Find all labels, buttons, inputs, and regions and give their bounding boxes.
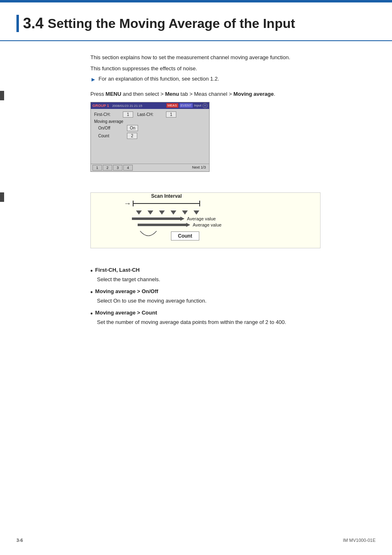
last-ch-value: 1 [166, 111, 176, 118]
display-content: Press MENU and then select > Menu tab > … [90, 91, 275, 184]
screen-body: First-CH: 1 Last-CH: 1 Moving average On… [91, 109, 209, 164]
screen-input-tab: Input [194, 104, 201, 107]
first-ch-label: First-CH: [94, 112, 123, 117]
header-title-row: 3.4 Setting the Moving Average of the In… [16, 15, 376, 32]
arrow-right-icon: ► [90, 76, 96, 83]
screen-title-left: GROUP 1 2008/01/23 21:21:15 [92, 104, 142, 108]
device-screen: GROUP 1 2008/01/23 21:21:15 MEAS EVENT I… [90, 102, 210, 172]
right-arrow-icon: → [124, 199, 131, 208]
section-title: Setting the Moving Average of the Input [48, 16, 295, 31]
header-section: 3.4 Setting the Moving Average of the In… [0, 2, 392, 41]
count-label-screen: Count [98, 134, 127, 138]
screen-titlebar: GROUP 1 2008/01/23 21:21:15 MEAS EVENT I… [91, 102, 209, 109]
screen-circle-icon: ○ [203, 103, 208, 108]
menu-bold: MENU [106, 91, 121, 97]
screen-right-icons: MEAS EVENT Input ○ [166, 103, 208, 108]
avg-arrow-2 [186, 223, 190, 227]
bullet-desc-2: Select On to use the moving average func… [90, 298, 376, 304]
avg-lines: Average value Average value [132, 216, 312, 227]
intro-line1: This section explains how to set the mea… [90, 53, 376, 62]
section-number: 3.4 [23, 15, 44, 32]
bullet-heading-2: Moving average > On/Off [95, 288, 159, 294]
moving-avg-section-title: Moving average [94, 119, 206, 124]
avg-line-2-bar [138, 224, 187, 226]
last-ch-label: Last-CH: [137, 112, 166, 117]
screen-footer-tab-3[interactable]: 3 [113, 165, 122, 171]
bullet-title-3: • Moving average > Count [90, 310, 376, 317]
bracket-group: Scan Interval [133, 201, 200, 206]
screen-footer-tab-4[interactable]: 4 [123, 165, 133, 171]
triangle-4 [171, 210, 176, 215]
count-value-screen: 2 [127, 133, 137, 139]
bullet-dot-2: • [90, 288, 93, 296]
screen-footer: 1 2 3 4 Next 1/3 [91, 164, 209, 171]
triangle-6 [194, 210, 199, 215]
screen-spacer [94, 141, 206, 161]
scan-interval-arrow-group: → Scan Interval [124, 199, 200, 208]
screen-group: GROUP 1 [92, 104, 109, 108]
bullet-heading-1: First-CH, Last-CH [95, 267, 140, 273]
avg-label-2: Average value [193, 222, 221, 227]
meas-channel-text: Meas channel [194, 91, 227, 97]
scan-interval-row: → Scan Interval [99, 199, 312, 208]
display-label: Display [0, 91, 4, 100]
triangle-2 [148, 210, 153, 215]
bracket-right [199, 201, 200, 206]
bullet-title-2: • Moving average > On/Off [90, 288, 376, 296]
screen-first-ch-row: First-CH: 1 Last-CH: 1 [94, 111, 206, 118]
bullet-section: • First-CH, Last-CH Select the target ch… [90, 267, 376, 326]
on-off-value: On [127, 125, 138, 131]
bullet-item-2: • Moving average > On/Off Select On to u… [90, 288, 376, 304]
screen-on-off-row: On/Off On [94, 125, 206, 131]
bracket-top [134, 203, 199, 204]
page-footer: 3-6 IM MV1000-01E [16, 538, 376, 543]
screen-event-tab: EVENT [180, 103, 193, 108]
bullet-item-3: • Moving average > Count Set the number … [90, 310, 376, 325]
settings-label: Settings [0, 192, 4, 202]
intro-line2: This function suppresses the effects of … [90, 65, 376, 73]
screen-date: 2008/01/23 21:21:15 [112, 104, 142, 108]
avg-label-1: Average value [187, 216, 216, 221]
moving-avg-bold: Moving average [233, 91, 274, 97]
on-off-label: On/Off [98, 126, 127, 130]
page-number: 3-6 [16, 538, 23, 543]
content-area: This section explains how to set the mea… [0, 53, 392, 350]
avg-line-1: Average value [132, 216, 312, 221]
first-ch-value: 1 [123, 111, 133, 118]
doc-number: IM MV1000-01E [343, 538, 376, 543]
count-arc-svg [138, 229, 159, 241]
avg-line-1-bar [132, 217, 181, 220]
scan-interval-label: Scan Interval [151, 193, 182, 199]
bullet-desc-3: Set the number of moving average data po… [90, 319, 376, 325]
avg-line-2: Average value [138, 222, 312, 227]
page-container: 3.4 Setting the Moving Average of the In… [0, 0, 392, 555]
triangle-1 [136, 210, 142, 215]
bullet-desc-1: Select the target channels. [90, 276, 376, 282]
arrow-note: ► For an explanation of this function, s… [90, 76, 376, 83]
display-section: Display Press MENU and then select > Men… [90, 91, 376, 184]
bullet-dot-1: • [90, 267, 93, 275]
count-row: Count [138, 229, 312, 241]
settings-label-col: Settings [25, 192, 90, 208]
triangle-3 [159, 210, 165, 215]
avg-arrow-1 [180, 217, 184, 221]
count-box: Count [171, 231, 199, 240]
screen-footer-next[interactable]: Next 1/3 [190, 165, 208, 171]
settings-diagram: → Scan Interval [90, 192, 321, 248]
screen-footer-tab-2[interactable]: 2 [103, 165, 112, 171]
settings-section: Settings → [90, 192, 376, 259]
screen-count-row: Count 2 [94, 133, 206, 139]
bullet-title-1: • First-CH, Last-CH [90, 267, 376, 275]
bullet-heading-3: Moving average > Count [95, 310, 157, 316]
bullet-item-1: • First-CH, Last-CH Select the target ch… [90, 267, 376, 282]
triangle-5 [182, 210, 188, 215]
menu-tab-bold: Menu [165, 91, 179, 97]
settings-content: → Scan Interval [90, 192, 321, 259]
press-instruction: Press MENU and then select > Menu tab > … [90, 91, 275, 97]
bullet-dot-3: • [90, 310, 93, 317]
triangles-row [136, 210, 312, 215]
intro-note: For an explanation of this function, see… [99, 76, 219, 82]
screen-meas-tab: MEAS [166, 103, 178, 108]
screen-footer-tab-1[interactable]: 1 [92, 165, 102, 171]
display-label-col: Display [25, 91, 90, 106]
